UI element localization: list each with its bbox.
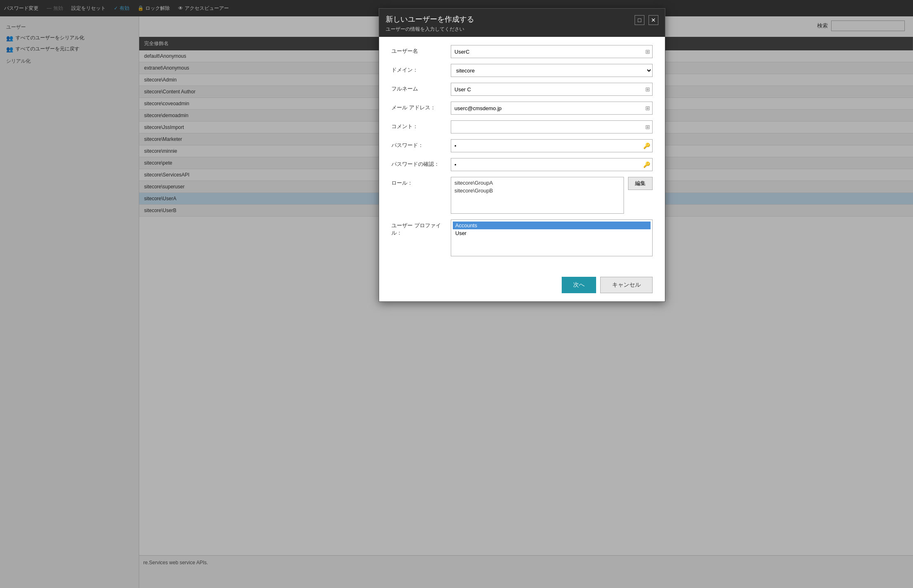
create-user-modal: 新しいユーザーを作成する ユーザーの情報を入力してください □ ✕ ユーザー名 … bbox=[379, 8, 665, 302]
domain-row: ドメイン： sitecore default extranet bbox=[391, 64, 653, 77]
profile-label: ユーザー プロファイル： bbox=[391, 219, 451, 237]
password-row: パスワード： 🔑 bbox=[391, 139, 653, 152]
list-item[interactable]: sitecore\GroupB bbox=[453, 187, 622, 194]
edit-role-button[interactable]: 編集 bbox=[628, 177, 653, 190]
comment-control: ⊞ bbox=[451, 120, 653, 133]
username-label: ユーザー名 bbox=[391, 45, 451, 55]
modal-footer: 次へ キャンセル bbox=[379, 270, 665, 301]
close-button[interactable]: ✕ bbox=[649, 15, 658, 25]
password-label: パスワード： bbox=[391, 139, 451, 149]
list-item[interactable]: sitecore\GroupA bbox=[453, 179, 622, 187]
username-input-wrap: ⊞ bbox=[451, 45, 653, 58]
profile-row: ユーザー プロファイル： AccountsUser bbox=[391, 219, 653, 256]
comment-input-wrap: ⊞ bbox=[451, 120, 653, 133]
modal-title-block: 新しいユーザーを作成する ユーザーの情報を入力してください bbox=[386, 14, 474, 33]
comment-input[interactable] bbox=[451, 120, 653, 133]
password-input[interactable] bbox=[451, 139, 653, 152]
fullname-control: ⊞ bbox=[451, 83, 653, 96]
email-grid-icon: ⊞ bbox=[645, 105, 650, 111]
profile-item[interactable]: Accounts bbox=[453, 222, 651, 229]
email-input[interactable] bbox=[451, 102, 653, 115]
username-grid-icon: ⊞ bbox=[645, 48, 650, 55]
email-row: メール アドレス： ⊞ bbox=[391, 102, 653, 115]
confirm-password-label: パスワードの確認： bbox=[391, 158, 451, 168]
confirm-password-input[interactable] bbox=[451, 158, 653, 171]
minimize-button[interactable]: □ bbox=[635, 15, 644, 25]
profile-control: AccountsUser bbox=[451, 219, 653, 256]
password-input-wrap: 🔑 bbox=[451, 139, 653, 152]
profile-listbox[interactable]: AccountsUser bbox=[451, 219, 653, 256]
comment-row: コメント： ⊞ bbox=[391, 120, 653, 133]
role-listbox[interactable]: sitecore\GroupA sitecore\GroupB bbox=[451, 177, 624, 214]
password-key-icon: 🔑 bbox=[643, 142, 650, 149]
next-button[interactable]: 次へ bbox=[562, 277, 596, 293]
username-row: ユーザー名 ⊞ bbox=[391, 45, 653, 58]
fullname-grid-icon: ⊞ bbox=[645, 86, 650, 93]
cancel-button[interactable]: キャンセル bbox=[600, 277, 653, 293]
comment-label: コメント： bbox=[391, 120, 451, 130]
confirm-password-input-wrap: 🔑 bbox=[451, 158, 653, 171]
username-input[interactable] bbox=[451, 45, 653, 58]
fullname-input-wrap: ⊞ bbox=[451, 83, 653, 96]
password-control: 🔑 bbox=[451, 139, 653, 152]
username-control: ⊞ bbox=[451, 45, 653, 58]
confirm-password-control: 🔑 bbox=[451, 158, 653, 171]
modal-subtitle: ユーザーの情報を入力してください bbox=[386, 26, 474, 33]
role-control: sitecore\GroupA sitecore\GroupB 編集 bbox=[451, 177, 653, 214]
confirm-password-row: パスワードの確認： 🔑 bbox=[391, 158, 653, 171]
modal-body: ユーザー名 ⊞ ドメイン： sitecore default extranet bbox=[379, 37, 665, 270]
modal-header: 新しいユーザーを作成する ユーザーの情報を入力してください □ ✕ bbox=[379, 9, 665, 37]
modal-overlay: 新しいユーザーを作成する ユーザーの情報を入力してください □ ✕ ユーザー名 … bbox=[0, 0, 913, 588]
domain-select[interactable]: sitecore default extranet bbox=[451, 64, 653, 77]
role-label: ロール： bbox=[391, 177, 451, 187]
fullname-row: フルネーム ⊞ bbox=[391, 83, 653, 96]
confirm-password-key-icon: 🔑 bbox=[643, 161, 650, 168]
modal-controls: □ ✕ bbox=[635, 15, 658, 25]
role-row: ロール： sitecore\GroupA sitecore\GroupB 編集 bbox=[391, 177, 653, 214]
email-label: メール アドレス： bbox=[391, 102, 451, 111]
domain-control: sitecore default extranet bbox=[451, 64, 653, 77]
comment-grid-icon: ⊞ bbox=[645, 124, 650, 130]
profile-item[interactable]: User bbox=[453, 229, 651, 237]
fullname-label: フルネーム bbox=[391, 83, 451, 93]
fullname-input[interactable] bbox=[451, 83, 653, 96]
modal-title: 新しいユーザーを作成する bbox=[386, 14, 474, 24]
email-input-wrap: ⊞ bbox=[451, 102, 653, 115]
domain-label: ドメイン： bbox=[391, 64, 451, 74]
role-row-inner: sitecore\GroupA sitecore\GroupB 編集 bbox=[451, 177, 653, 214]
email-control: ⊞ bbox=[451, 102, 653, 115]
